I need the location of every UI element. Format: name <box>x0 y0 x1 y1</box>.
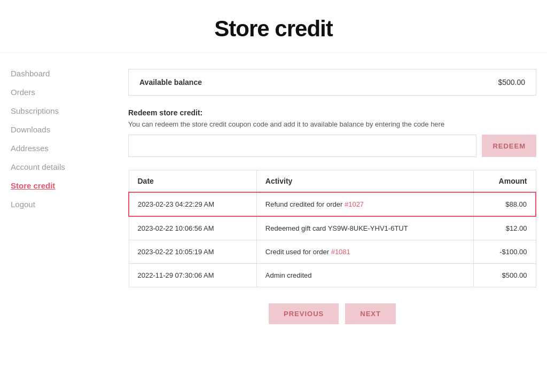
cell-date: 2022-11-29 07:30:06 AM <box>129 264 256 287</box>
cell-amount: -$100.00 <box>474 240 536 264</box>
balance-label: Available balance <box>139 78 202 87</box>
sidebar-link-downloads[interactable]: Downloads <box>11 125 50 134</box>
sidebar-item-subscriptions[interactable]: Subscriptions <box>11 106 107 115</box>
cell-date: 2023-02-22 10:05:19 AM <box>129 240 256 264</box>
sidebar-link-dashboard[interactable]: Dashboard <box>11 69 50 78</box>
cell-activity: Admin credited <box>256 264 473 287</box>
pagination: PREVIOUS NEXT <box>128 303 536 340</box>
sidebar-link-addresses[interactable]: Addresses <box>11 144 49 153</box>
sidebar-item-downloads[interactable]: Downloads <box>11 125 107 134</box>
sidebar-item-logout[interactable]: Logout <box>11 200 107 209</box>
col-header-amount: Amount <box>474 170 536 193</box>
table-body: 2023-02-23 04:22:29 AMRefund credited fo… <box>129 192 536 287</box>
redeem-section: Redeem store credit: You can redeem the … <box>128 108 536 157</box>
sidebar-link-account-details[interactable]: Account details <box>11 162 65 171</box>
sidebar-nav: Dashboard Orders Subscriptions Downloads… <box>11 69 107 209</box>
sidebar-link-subscriptions[interactable]: Subscriptions <box>11 106 59 115</box>
sidebar-link-logout[interactable]: Logout <box>11 200 35 209</box>
page-title: Store credit <box>0 16 547 42</box>
balance-amount: $500.00 <box>498 78 525 87</box>
order-link[interactable]: #1081 <box>331 248 350 256</box>
previous-button[interactable]: PREVIOUS <box>269 303 339 324</box>
sidebar-item-orders[interactable]: Orders <box>11 88 107 97</box>
table-header: Date Activity Amount <box>129 170 536 193</box>
sidebar-link-store-credit[interactable]: Store credit <box>11 181 55 190</box>
redeem-button[interactable]: REDEEM <box>482 135 536 157</box>
sidebar-item-dashboard[interactable]: Dashboard <box>11 69 107 78</box>
main-content: Available balance $500.00 Redeem store c… <box>118 69 536 376</box>
cell-activity: Redeemed gift card YS9W-8UKE-YHV1-6TUT <box>256 216 473 240</box>
redeem-title: Redeem store credit: <box>128 108 536 117</box>
transactions-table: Date Activity Amount 2023-02-23 04:22:29… <box>128 170 536 287</box>
next-button[interactable]: NEXT <box>345 303 396 324</box>
cell-amount: $88.00 <box>474 192 536 216</box>
cell-activity: Credit used for order #1081 <box>256 240 473 264</box>
balance-box: Available balance $500.00 <box>128 69 536 96</box>
redeem-form: REDEEM <box>128 135 536 157</box>
sidebar-link-orders[interactable]: Orders <box>11 88 35 97</box>
cell-amount: $500.00 <box>474 264 536 287</box>
table-row: 2023-02-23 04:22:29 AMRefund credited fo… <box>129 192 536 216</box>
col-header-activity: Activity <box>256 170 473 193</box>
table-row: 2023-02-22 10:06:56 AMRedeemed gift card… <box>129 216 536 240</box>
col-header-date: Date <box>129 170 256 193</box>
sidebar-item-addresses[interactable]: Addresses <box>11 144 107 153</box>
table-row: 2022-11-29 07:30:06 AMAdmin credited$500… <box>129 264 536 287</box>
sidebar-item-store-credit[interactable]: Store credit <box>11 181 107 190</box>
page-title-area: Store credit <box>0 0 547 53</box>
cell-amount: $12.00 <box>474 216 536 240</box>
sidebar-item-account-details[interactable]: Account details <box>11 162 107 171</box>
cell-activity: Refund credited for order #1027 <box>256 192 473 216</box>
cell-date: 2023-02-23 04:22:29 AM <box>129 192 256 216</box>
redeem-description: You can redeem the store credit coupon c… <box>128 120 536 128</box>
sidebar: Dashboard Orders Subscriptions Downloads… <box>11 69 118 376</box>
order-link[interactable]: #1027 <box>345 200 364 208</box>
table-row: 2023-02-22 10:05:19 AMCredit used for or… <box>129 240 536 264</box>
coupon-code-input[interactable] <box>128 135 476 157</box>
cell-date: 2023-02-22 10:06:56 AM <box>129 216 256 240</box>
